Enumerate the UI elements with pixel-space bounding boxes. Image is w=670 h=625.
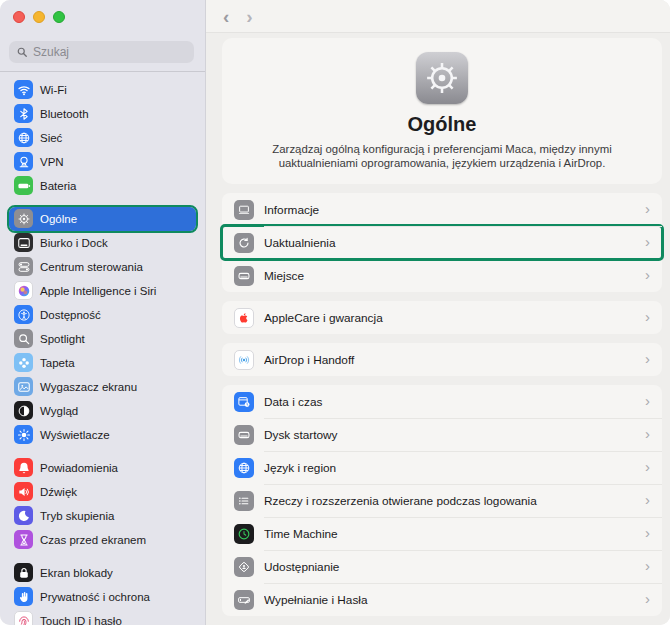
chevron-right-icon: › bbox=[645, 459, 650, 476]
system-settings-window: Wi-FiBluetoothSiećVPNBateriaOgólneBiurko… bbox=[0, 0, 670, 625]
chevron-right-icon: › bbox=[645, 309, 650, 326]
page-title: Ogólne bbox=[408, 113, 477, 136]
settings-row-label: AirDrop i Handoff bbox=[264, 353, 635, 367]
dock-icon bbox=[14, 233, 33, 252]
sidebar-item-label: Tryb skupienia bbox=[40, 510, 114, 522]
moon-icon bbox=[14, 506, 33, 525]
settings-row-informacje[interactable]: Informacje› bbox=[222, 193, 662, 226]
autofill-icon bbox=[234, 590, 254, 610]
sidebar-item-label: Bluetooth bbox=[40, 108, 89, 120]
sidebar-item-dzwiek[interactable]: Dźwięk bbox=[9, 480, 196, 504]
sidebar-item-powiadomienia[interactable]: Powiadomienia bbox=[9, 456, 196, 480]
settings-row-label: Rzeczy i rozszerzenia otwierane podczas … bbox=[264, 494, 635, 508]
zoom-button[interactable] bbox=[53, 11, 65, 23]
battery-icon bbox=[14, 176, 33, 195]
search-input[interactable] bbox=[33, 45, 187, 59]
minimize-button[interactable] bbox=[33, 11, 45, 23]
sidebar-item-czas-przed-ekranem[interactable]: Czas przed ekranem bbox=[9, 528, 196, 552]
gear-icon bbox=[416, 52, 468, 104]
general-pane: Ogólne Zarządzaj ogólną konfiguracją i p… bbox=[206, 33, 670, 625]
globe-icon bbox=[14, 128, 33, 147]
close-button[interactable] bbox=[13, 11, 25, 23]
hand-icon bbox=[14, 587, 33, 606]
sidebar-item-wyswietlacze[interactable]: Wyświetlacze bbox=[9, 423, 196, 447]
chevron-right-icon: › bbox=[645, 201, 650, 218]
sidebar-item-label: Biurko i Dock bbox=[40, 237, 108, 249]
settings-row-label: Miejsce bbox=[264, 269, 635, 283]
sidebar-item-spotlight[interactable]: Spotlight bbox=[9, 327, 196, 351]
sidebar-item-wygaszacz-ekranu[interactable]: Wygaszacz ekranu bbox=[9, 375, 196, 399]
sidebar-item-ekran-blokady[interactable]: Ekran blokady bbox=[9, 561, 196, 585]
sidebar-item-ogolne[interactable]: Ogólne bbox=[9, 207, 196, 231]
sidebar-item-label: Wygląd bbox=[40, 405, 78, 417]
sidebar-item-wi-fi[interactable]: Wi-Fi bbox=[9, 78, 196, 102]
chevron-right-icon: › bbox=[645, 267, 650, 284]
sharing-icon bbox=[234, 557, 254, 577]
chevron-right-icon: › bbox=[645, 525, 650, 542]
search-field[interactable] bbox=[9, 41, 194, 63]
settings-card: Informacje›Uaktualnienia›Miejsce› bbox=[222, 193, 662, 292]
sidebar-item-label: Tapeta bbox=[40, 357, 75, 369]
sidebar-item-tapeta[interactable]: Tapeta bbox=[9, 351, 196, 375]
titlebar[interactable] bbox=[0, 0, 205, 35]
settings-card: AirDrop i Handoff› bbox=[222, 343, 662, 376]
sidebar-item-siec[interactable]: Sieć bbox=[9, 126, 196, 150]
settings-row-miejsce[interactable]: Miejsce› bbox=[222, 259, 662, 292]
settings-row-airdrop-i-handoff[interactable]: AirDrop i Handoff› bbox=[222, 343, 662, 376]
sidebar-item-tryb-skupienia[interactable]: Tryb skupienia bbox=[9, 504, 196, 528]
sidebar-item-label: Touch ID i hasło bbox=[40, 615, 122, 625]
sidebar-item-bateria[interactable]: Bateria bbox=[9, 174, 196, 198]
sidebar-item-label: Centrum sterowania bbox=[40, 261, 143, 273]
sidebar-item-vpn[interactable]: VPN bbox=[9, 150, 196, 174]
settings-row-label: Dysk startowy bbox=[264, 428, 635, 442]
settings-row-wypelnianie-i-hasla[interactable]: Wypełnianie i Hasła› bbox=[222, 583, 662, 616]
sidebar-item-touch-id-i-haslo[interactable]: Touch ID i hasło bbox=[9, 609, 196, 625]
settings-row-dysk-startowy[interactable]: Dysk startowy› bbox=[222, 418, 662, 451]
sidebar-item-label: Prywatność i ochrona bbox=[40, 591, 150, 603]
sidebar-item-label: VPN bbox=[40, 156, 64, 168]
settings-row-time-machine[interactable]: Time Machine› bbox=[222, 517, 662, 550]
settings-row-label: Data i czas bbox=[264, 395, 635, 409]
sidebar-item-label: Bateria bbox=[40, 180, 76, 192]
forward-button[interactable]: › bbox=[246, 7, 252, 26]
settings-cards: Informacje›Uaktualnienia›Miejsce›AppleCa… bbox=[222, 193, 662, 616]
sidebar-item-wyglad[interactable]: Wygląd bbox=[9, 399, 196, 423]
sidebar-item-label: Wyświetlacze bbox=[40, 429, 110, 441]
chevron-right-icon: › bbox=[645, 492, 650, 509]
settings-row-jezyk-i-region[interactable]: Język i region› bbox=[222, 451, 662, 484]
wallpaper-icon bbox=[14, 353, 33, 372]
list-icon bbox=[234, 491, 254, 511]
sidebar: Wi-FiBluetoothSiećVPNBateriaOgólneBiurko… bbox=[0, 0, 206, 625]
sidebar-item-label: Wi-Fi bbox=[40, 84, 67, 96]
sidebar-item-label: Spotlight bbox=[40, 333, 85, 345]
storage-icon bbox=[234, 266, 254, 286]
main-panel: ‹ › Ogólne Zarządzaj ogólną konfiguracją… bbox=[206, 0, 670, 625]
software-update-icon bbox=[234, 233, 254, 253]
sidebar-item-apple-intelligence-i-siri[interactable]: Apple Intelligence i Siri bbox=[9, 279, 196, 303]
sidebar-item-prywatnosc-i-ochrona[interactable]: Prywatność i ochrona bbox=[9, 585, 196, 609]
sidebar-item-centrum-sterowania[interactable]: Centrum sterowania bbox=[9, 255, 196, 279]
sidebar-item-biurko-i-dock[interactable]: Biurko i Dock bbox=[9, 231, 196, 255]
pane-header: Ogólne Zarządzaj ogólną konfiguracją i p… bbox=[222, 38, 662, 184]
sidebar-item-bluetooth[interactable]: Bluetooth bbox=[9, 102, 196, 126]
sidebar-item-label: Sieć bbox=[40, 132, 62, 144]
settings-row-label: Uaktualnienia bbox=[264, 236, 635, 250]
sidebar-item-dostepnosc[interactable]: Dostępność bbox=[9, 303, 196, 327]
chevron-right-icon: › bbox=[645, 351, 650, 368]
chevron-right-icon: › bbox=[645, 234, 650, 251]
settings-row-uaktualnienia[interactable]: Uaktualnienia› bbox=[222, 226, 662, 259]
sidebar-item-label: Wygaszacz ekranu bbox=[40, 381, 137, 393]
settings-row-rzeczy-i-rozszerzenia-otwierane-podczas-logowania[interactable]: Rzeczy i rozszerzenia otwierane podczas … bbox=[222, 484, 662, 517]
fingerprint-icon bbox=[14, 611, 33, 625]
settings-row-udostepnianie[interactable]: Udostępnianie› bbox=[222, 550, 662, 583]
chevron-right-icon: › bbox=[645, 558, 650, 575]
back-button[interactable]: ‹ bbox=[223, 7, 229, 26]
sidebar-group: Wi-FiBluetoothSiećVPNBateria bbox=[9, 78, 196, 198]
settings-row-applecare-i-gwarancja[interactable]: AppleCare i gwarancja› bbox=[222, 301, 662, 334]
startup-disk-icon bbox=[234, 425, 254, 445]
settings-row-data-i-czas[interactable]: Data i czas› bbox=[222, 385, 662, 418]
settings-row-label: Język i region bbox=[264, 461, 635, 475]
page-description: Zarządzaj ogólną konfiguracją i preferen… bbox=[236, 142, 648, 171]
sidebar-item-label: Ogólne bbox=[40, 213, 77, 225]
apple-logo-icon bbox=[234, 308, 254, 328]
